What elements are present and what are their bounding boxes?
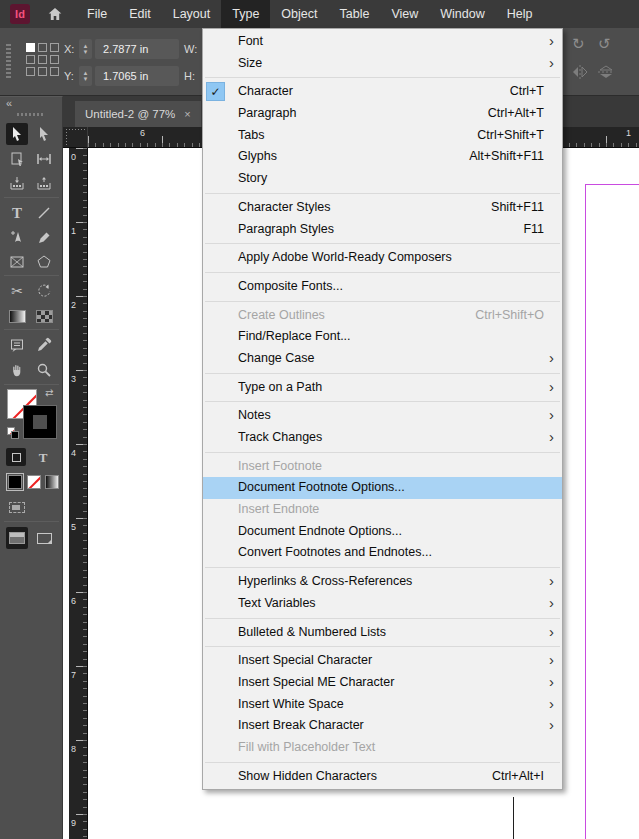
menu-item-tabs[interactable]: TabsCtrl+Shift+T bbox=[203, 125, 562, 147]
menu-item-paragraph-styles[interactable]: Paragraph StylesF11 bbox=[203, 219, 562, 241]
menu-separator bbox=[205, 301, 560, 302]
menu-item-character[interactable]: ✓CharacterCtrl+T bbox=[203, 81, 562, 103]
selection-tool[interactable] bbox=[6, 123, 28, 145]
formatting-affects-text-toggle[interactable]: T bbox=[33, 448, 53, 466]
menu-item-document-footnote-options[interactable]: Document Footnote Options... bbox=[203, 477, 562, 499]
menu-item-label: Document Footnote Options... bbox=[238, 480, 405, 494]
flip-horizontal-icon[interactable] bbox=[571, 64, 589, 84]
tools-grip[interactable] bbox=[17, 113, 45, 116]
menu-item-text-variables[interactable]: Text Variables› bbox=[203, 593, 562, 615]
tab-close-icon[interactable]: × bbox=[184, 108, 190, 120]
page-tool[interactable] bbox=[6, 148, 28, 170]
menu-item-label: Insert Endnote bbox=[238, 502, 319, 516]
default-fill-stroke-icon[interactable] bbox=[7, 427, 20, 440]
menu-item-hyperlinks-cross-references[interactable]: Hyperlinks & Cross-References› bbox=[203, 571, 562, 593]
note-tool[interactable] bbox=[6, 334, 28, 356]
menu-separator bbox=[205, 272, 560, 273]
line-tool[interactable] bbox=[33, 202, 55, 224]
type-tool[interactable]: T bbox=[6, 202, 28, 224]
menubar-item-window[interactable]: Window bbox=[429, 0, 495, 28]
cell-options-icon[interactable] bbox=[6, 496, 28, 518]
content-placer-tool[interactable] bbox=[33, 173, 55, 195]
menu-item-insert-white-space[interactable]: Insert White Space› bbox=[203, 694, 562, 716]
scissors-tool[interactable]: ✂ bbox=[6, 280, 28, 302]
gradient-swatch-tool[interactable] bbox=[6, 305, 28, 327]
y-field[interactable]: 1.7065 in bbox=[95, 66, 179, 86]
formatting-affects-container-toggle[interactable] bbox=[6, 448, 26, 466]
menu-item-show-hidden-characters[interactable]: Show Hidden CharactersCtrl+Alt+I bbox=[203, 766, 562, 788]
menu-item-create-outlines[interactable]: Create OutlinesCtrl+Shift+O bbox=[203, 305, 562, 327]
menubar-item-help[interactable]: Help bbox=[496, 0, 544, 28]
home-icon[interactable] bbox=[46, 5, 64, 23]
menubar-items: FileEditLayoutTypeObjectTableViewWindowH… bbox=[76, 0, 543, 28]
apply-color-button[interactable] bbox=[5, 471, 25, 493]
menu-item-convert-footnotes-and-endnotes[interactable]: Convert Footnotes and Endnotes... bbox=[203, 542, 562, 564]
menu-item-insert-break-character[interactable]: Insert Break Character› bbox=[203, 715, 562, 737]
panel-grip[interactable] bbox=[6, 44, 11, 80]
pencil-tool[interactable] bbox=[33, 227, 55, 249]
shape-tool[interactable] bbox=[33, 251, 55, 273]
menubar-item-edit[interactable]: Edit bbox=[118, 0, 162, 28]
menu-item-story[interactable]: Story bbox=[203, 168, 562, 190]
document-tab[interactable]: Untitled-2 @ 77% × bbox=[75, 101, 201, 127]
menu-item-notes[interactable]: Notes› bbox=[203, 405, 562, 427]
menu-item-fill-with-placeholder-text[interactable]: Fill with Placeholder Text bbox=[203, 737, 562, 759]
menu-item-type-on-a-path[interactable]: Type on a Path› bbox=[203, 377, 562, 399]
menu-item-document-endnote-options[interactable]: Document Endnote Options... bbox=[203, 521, 562, 543]
menu-item-glyphs[interactable]: GlyphsAlt+Shift+F11 bbox=[203, 146, 562, 168]
menu-item-character-styles[interactable]: Character StylesShift+F11 bbox=[203, 197, 562, 219]
menu-item-font[interactable]: Font› bbox=[203, 31, 562, 53]
menu-item-paragraph[interactable]: ParagraphCtrl+Alt+T bbox=[203, 103, 562, 125]
menu-separator bbox=[205, 401, 560, 402]
rectangle-frame-tool[interactable] bbox=[6, 251, 28, 273]
apply-gradient-button[interactable] bbox=[42, 471, 62, 493]
menu-item-insert-footnote[interactable]: Insert Footnote bbox=[203, 456, 562, 478]
menu-item-insert-endnote[interactable]: Insert Endnote bbox=[203, 499, 562, 521]
menu-item-track-changes[interactable]: Track Changes› bbox=[203, 427, 562, 449]
gradient-feather-tool[interactable] bbox=[33, 305, 55, 327]
menubar-item-object[interactable]: Object bbox=[270, 0, 328, 28]
ruler-origin-box[interactable] bbox=[63, 127, 88, 148]
menu-item-insert-special-me-character[interactable]: Insert Special ME Character› bbox=[203, 672, 562, 694]
menu-item-bulleted-numbered-lists[interactable]: Bulleted & Numbered Lists› bbox=[203, 622, 562, 644]
menu-item-composite-fonts[interactable]: Composite Fonts... bbox=[203, 276, 562, 298]
menu-item-label: Size bbox=[238, 56, 262, 70]
vertical-ruler[interactable]: 0123456789 bbox=[69, 148, 88, 839]
screen-mode-normal-button[interactable] bbox=[6, 527, 28, 549]
content-collector-tool[interactable] bbox=[6, 173, 28, 195]
apply-none-button[interactable] bbox=[24, 471, 44, 493]
screen-mode-preview-button[interactable] bbox=[33, 527, 55, 549]
flip-vertical-icon[interactable] bbox=[597, 64, 615, 84]
collapse-panel-icon[interactable]: « bbox=[6, 97, 12, 109]
pen-tool[interactable] bbox=[6, 227, 28, 249]
hand-tool[interactable] bbox=[6, 359, 28, 381]
menu-item-insert-special-character[interactable]: Insert Special Character› bbox=[203, 650, 562, 672]
menubar-item-layout[interactable]: Layout bbox=[162, 0, 222, 28]
y-stepper[interactable]: ▲▼ bbox=[79, 66, 92, 86]
y-label: Y: bbox=[64, 70, 74, 82]
indesign-logo[interactable]: Id bbox=[10, 4, 30, 24]
menu-item-find-replace-font[interactable]: Find/Replace Font... bbox=[203, 326, 562, 348]
rotate-ccw-icon[interactable]: ↺ bbox=[598, 36, 611, 52]
reference-point-proxy[interactable] bbox=[26, 43, 59, 76]
menu-item-label: Character Styles bbox=[238, 200, 330, 214]
zoom-tool[interactable] bbox=[33, 359, 55, 381]
x-field[interactable]: 2.7877 in bbox=[95, 39, 179, 59]
menu-item-apply-adobe-world-ready-composers[interactable]: Apply Adobe World-Ready Composers bbox=[203, 247, 562, 269]
direct-selection-tool[interactable] bbox=[33, 123, 55, 145]
menu-item-size[interactable]: Size› bbox=[203, 53, 562, 75]
menubar-item-type[interactable]: Type bbox=[221, 0, 270, 28]
stroke-swatch-black[interactable] bbox=[23, 405, 57, 439]
menu-item-change-case[interactable]: Change Case› bbox=[203, 348, 562, 370]
free-transform-tool[interactable] bbox=[33, 280, 55, 302]
menubar-item-file[interactable]: File bbox=[76, 0, 118, 28]
menu-item-shortcut: F11 bbox=[523, 219, 544, 241]
menubar-item-table[interactable]: Table bbox=[328, 0, 380, 28]
x-stepper[interactable]: ▲▼ bbox=[79, 39, 92, 59]
rotate-cw-icon[interactable]: ↻ bbox=[572, 36, 585, 52]
vruler-number: 6 bbox=[71, 596, 76, 606]
menubar-item-view[interactable]: View bbox=[380, 0, 429, 28]
eyedropper-tool[interactable] bbox=[33, 334, 55, 356]
swap-fill-stroke-icon[interactable]: ⇄ bbox=[45, 387, 53, 398]
gap-tool[interactable] bbox=[33, 148, 55, 170]
